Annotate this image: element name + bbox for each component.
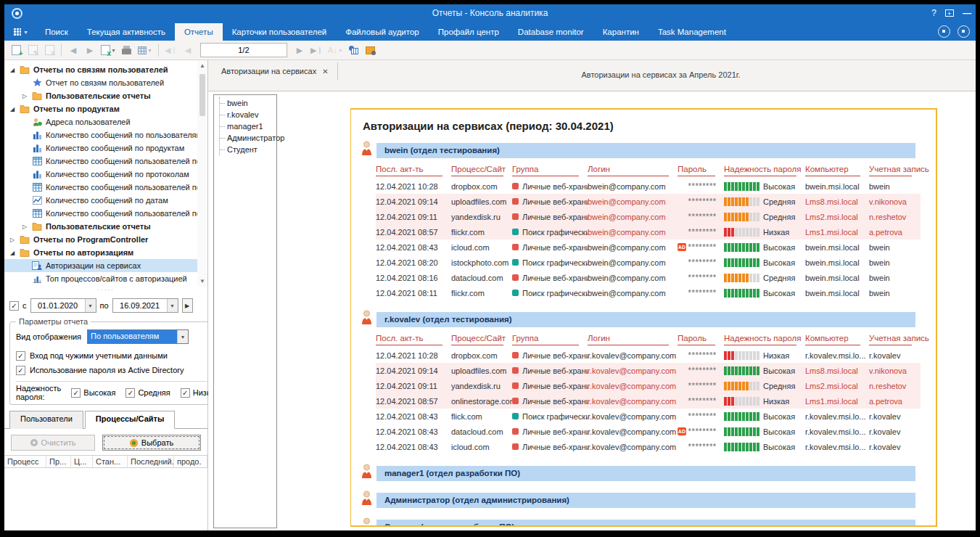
table-row[interactable]: 12.04.2021 09:11yandexdisk.ruЛичные веб-… [376,378,921,393]
table-column-header[interactable]: Логин [588,165,669,176]
process-column-header[interactable]: Процесс [4,456,46,467]
process-column-header[interactable]: Ц... [71,456,93,467]
tree-item[interactable]: Количество сообщений пользователей по пр… [4,181,197,194]
ribbon-settings-icon[interactable] [938,25,950,38]
table-row[interactable]: 12.04.2021 08:43flick.comПоиск графическ… [376,409,921,424]
table-column-header[interactable]: Процесс/Сайт [451,334,503,345]
process-column-header[interactable]: Пр... [46,456,71,467]
export-button[interactable]: x▼ [99,43,118,58]
date-from-input[interactable] [31,299,85,312]
next-page-button[interactable]: ▶ [292,43,307,58]
date-from-dropdown-icon[interactable]: ▼ [85,299,96,312]
table-column-header[interactable]: Группа [512,334,579,345]
scroll-down-icon[interactable]: ▼ [199,278,205,287]
page-indicator[interactable]: 1/2 [200,43,287,57]
user-section-header[interactable]: manager1 (отдел разработки ПО) [376,466,915,481]
table-column-header[interactable]: Учетная запись [869,334,912,345]
user-section-header[interactable]: Администратор (отдел администрирования) [376,493,915,508]
view-mode-select[interactable]: По пользователям ▼ [87,329,189,344]
print-button[interactable] [120,43,134,58]
table-row[interactable]: 12.04.2021 08:20istockphoto.comПоиск гра… [376,255,921,270]
report-settings-button[interactable] [363,43,378,58]
tree-item[interactable]: Количество сообщений по пользователям [4,128,197,142]
add-report-button[interactable]: + [9,43,23,58]
foreign-credentials-checkbox[interactable]: ✓ [16,351,25,361]
table-row[interactable]: 12.04.2021 09:14uploadfiles.comЛичные ве… [376,363,921,378]
tree-item[interactable]: ▷Пользовательские отчеты [4,89,197,102]
table-column-header[interactable]: Учетная запись [869,165,912,176]
table-row[interactable]: 12.04.2021 08:16datacloud.comЛичные веб-… [376,270,921,285]
report-user-item[interactable]: Администратор [220,132,276,144]
tab-processes[interactable]: Процессы/Сайты [85,411,176,429]
table-row[interactable]: 12.04.2021 08:57flickr.comПоиск графичес… [376,224,921,239]
table-row[interactable]: 12.04.2021 10:28dropbox.comЛичные веб-хр… [376,179,921,194]
table-row[interactable]: 12.04.2021 08:11flickr.comПоиск графичес… [376,285,921,300]
tree-item[interactable]: Количество сообщений пользователей по да… [4,207,197,220]
forward-button[interactable]: ▶ [83,43,97,58]
table-column-header[interactable]: Посл. акт-ть [376,165,442,176]
expand-icon[interactable]: ▷ [21,93,28,99]
tree-item[interactable]: ◢Отчеты по продуктам [4,102,197,115]
table-row[interactable]: 12.04.2021 09:11yandexdisk.ruЛичные веб-… [376,209,921,224]
table-row[interactable]: 12.04.2021 08:43icloud.comЛичные веб-хра… [376,239,921,255]
table-row[interactable]: 12.04.2021 08:43datacloud.comЛичные веб-… [376,424,921,439]
menu-tab-профайл-центр[interactable]: Профайл центр [429,23,508,41]
menu-tab-database-monitor[interactable]: Database monitor [508,23,593,41]
menu-tab-task-management[interactable]: Task Management [648,23,736,41]
user-section-header[interactable]: bwein (отдел тестирования) [376,143,915,158]
tree-item[interactable]: ▷Пользовательские отчеты [4,220,197,233]
tree-item[interactable]: Топ процессов/сайтов с авторизацией [4,272,197,285]
table-column-header[interactable]: Посл. акт-ть [376,334,442,345]
table-column-header[interactable]: Компьютер [805,334,860,345]
back-button[interactable]: ◀ [66,43,81,58]
collapse-icon[interactable]: ◢ [9,67,16,73]
sort-button[interactable]: A↓▼ [326,43,345,58]
table-view-button[interactable]: ▼ [136,43,154,58]
clear-button[interactable]: Очистить [11,435,95,451]
process-column-header[interactable]: Стан... [93,456,128,467]
table-column-header[interactable]: Компьютер [805,165,860,176]
table-column-header[interactable]: Надежность пароля [724,334,796,345]
panel-splitter[interactable]: ····· [4,287,207,295]
ribbon-style-icon[interactable] [958,25,970,38]
date-filter-checkbox[interactable]: ✓ [9,301,19,311]
tree-item[interactable]: Отчет по связям пользователей [4,76,197,89]
table-column-header[interactable]: Пароль [678,165,715,176]
process-column-header[interactable]: продо. [174,456,207,467]
menu-tab-карантин[interactable]: Карантин [593,23,648,41]
scroll-thumb[interactable] [199,74,205,116]
tree-scrollbar[interactable]: ▲ ▼ [197,60,207,287]
maximize-button[interactable] [945,9,954,17]
table-row[interactable]: 12.04.2021 08:57onlinestorage.comЛичные … [376,393,921,409]
select-button[interactable]: Выбрать [102,435,201,451]
table-row[interactable]: 12.04.2021 09:14uploadfiles.comЛичные ве… [376,194,921,209]
ad-password-checkbox[interactable]: ✓ [16,366,25,375]
process-column-header[interactable]: Последний... [128,456,174,467]
delete-report-button[interactable]: ✕ [42,43,57,58]
report-user-item[interactable]: Студент [220,144,276,155]
first-page-button[interactable]: ◀❘ [163,43,178,58]
apply-period-button[interactable]: ▶ [182,298,193,313]
help-button[interactable]: ? [931,7,936,19]
close-icon[interactable]: ✕ [322,67,328,75]
tree-item[interactable]: ◢Отчеты по авторизациям [4,246,197,259]
strength-low-checkbox[interactable]: ✓ [181,388,190,398]
menu-tab-отчеты[interactable]: Отчеты [175,23,223,41]
collapse-icon[interactable]: ◢ [9,106,16,112]
table-column-header[interactable]: Логин [588,334,669,345]
date-to-dropdown-icon[interactable]: ▼ [167,299,178,312]
strength-high-checkbox[interactable]: ✓ [71,388,81,398]
tree-item[interactable]: Адреса пользователей [4,115,197,128]
tree-item[interactable]: Количество сообщений по датам [4,194,197,207]
report-user-item[interactable]: r.kovalev [220,109,276,120]
menu-tab-текущая-активность[interactable]: Текущая активность [78,23,175,41]
menu-tab-файловый-аудитор[interactable]: Файловый аудитор [336,23,429,41]
menu-tab-поиск[interactable]: Поиск [36,23,78,41]
collapse-icon[interactable]: ◢ [9,250,16,256]
edit-report-button[interactable]: ✎ [25,43,40,58]
tree-item[interactable]: Авторизации на сервисах [4,259,197,272]
tab-users[interactable]: Пользователи [9,411,83,429]
report-user-item[interactable]: bwein [220,97,276,109]
tree-item[interactable]: Количество сообщений по продуктам [4,142,197,155]
tree-item[interactable]: ▷Отчеты по ProgramController [4,233,197,246]
